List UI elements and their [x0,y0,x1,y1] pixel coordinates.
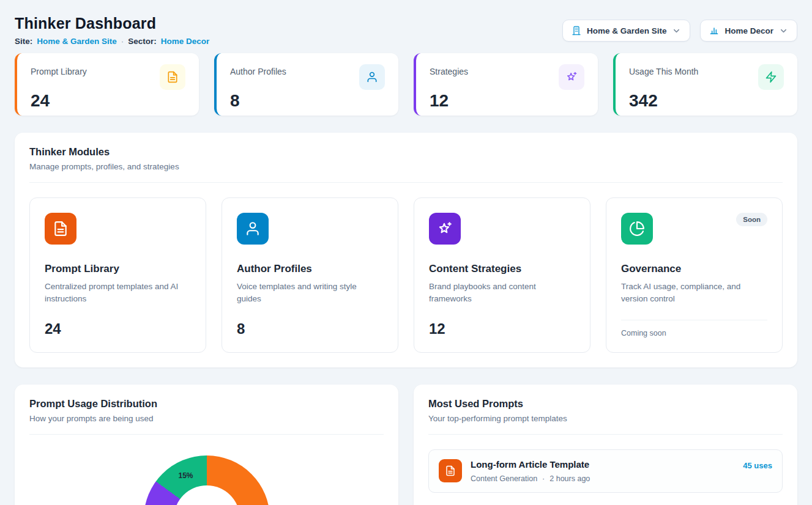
prompt-time: 2 hours ago [549,474,590,483]
prompt-title: Long-form Article Template [471,459,589,470]
page-title: Thinker Dashboard [15,15,209,32]
user-icon [359,64,385,90]
stat-label: Prompt Library [31,64,87,76]
usage-title: Prompt Usage Distribution [29,398,384,410]
stat-card-usage: Usage This Month 342 [613,53,797,116]
chevron-down-icon [779,26,788,35]
sparkle-star-icon [559,64,584,90]
uses-badge: 45 uses [743,459,772,470]
sector-selector[interactable]: Home Decor [700,20,797,42]
module-title: Governance [621,263,767,275]
module-count: 24 [45,320,191,337]
module-grid: Prompt Library Centralized prompt templa… [15,183,797,367]
module-card-author-profiles[interactable]: Author Profiles Voice templates and writ… [222,197,398,353]
stat-value: 8 [230,91,385,111]
meta-separator: · [542,474,545,483]
stat-label: Author Profiles [230,64,286,76]
module-title: Content Strategies [429,263,575,275]
modules-title: Thinker Modules [29,146,783,158]
prompt-list-item[interactable]: Long-form Article Template Content Gener… [428,449,783,493]
modules-subtitle: Manage prompts, profiles, and strategies [29,162,783,171]
module-card-governance[interactable]: Soon Governance Track AI usage, complian… [606,197,783,353]
divider [29,434,384,435]
header-selectors: Home & Garden Site Home Decor [562,20,797,42]
module-description: Track AI usage, compliance, and version … [621,281,767,306]
module-description: Centralized prompt templates and AI inst… [45,281,191,306]
site-selector[interactable]: Home & Garden Site [562,20,691,42]
header: Thinker Dashboard Site: Home & Garden Si… [15,15,797,46]
soon-badge: Soon [736,213,767,226]
module-title: Prompt Library [45,263,191,275]
stats-row: Prompt Library 24 Author Profiles 8 Stra… [15,53,797,116]
site-selector-label: Home & Garden Site [587,26,667,35]
stat-value: 342 [629,91,784,111]
stat-card-author-profiles: Author Profiles 8 [214,53,398,116]
file-text-icon [45,213,76,245]
module-description: Voice templates and writing style guides [237,281,383,306]
user-icon [237,213,269,245]
dashboard-page: Thinker Dashboard Site: Home & Garden Si… [0,0,812,505]
lightning-icon [758,64,784,90]
stat-label: Strategies [430,64,468,76]
most-used-subtitle: Your top-performing prompt templates [428,414,783,423]
bottom-row: Prompt Usage Distribution How your promp… [15,385,797,505]
module-count: 8 [237,320,383,337]
module-count: 12 [429,320,575,337]
sector-label: Sector: [128,37,157,46]
prompt-meta: Content Generation · 2 hours ago [471,474,590,483]
file-text-icon [439,459,462,482]
usage-subtitle: How your prompts are being used [29,414,384,423]
site-label: Site: [15,37,32,46]
site-link[interactable]: Home & Garden Site [37,37,117,46]
thinker-modules-panel: Thinker Modules Manage prompts, profiles… [15,133,797,367]
building-icon [572,26,581,35]
stat-value: 24 [31,91,185,111]
module-description: Brand playbooks and content frameworks [429,281,575,306]
most-used-title: Most Used Prompts [428,398,783,410]
coming-soon-text: Coming soon [621,320,767,337]
donut-slice-label: 15% [178,471,193,480]
stat-label: Usage This Month [629,64,698,76]
most-used-prompts-panel: Most Used Prompts Your top-performing pr… [414,385,797,505]
pie-chart-icon [621,213,653,245]
sector-selector-label: Home Decor [724,26,773,35]
module-title: Author Profiles [237,263,383,275]
sparkle-star-icon [429,213,461,245]
chart-area: 15% [15,455,398,505]
module-card-prompt-library[interactable]: Prompt Library Centralized prompt templa… [29,197,206,353]
sector-link[interactable]: Home Decor [161,37,210,46]
stat-value: 12 [430,91,584,111]
donut-chart: 15% [144,455,270,505]
chevron-down-icon [672,26,681,35]
prompt-usage-panel: Prompt Usage Distribution How your promp… [15,385,398,505]
stat-card-strategies: Strategies 12 [414,53,598,116]
prompt-category: Content Generation [471,474,537,483]
breadcrumb-separator: · [121,37,124,46]
divider [428,434,783,435]
breadcrumb: Site: Home & Garden Site · Sector: Home … [15,37,209,46]
file-text-icon [160,64,185,90]
module-card-content-strategies[interactable]: Content Strategies Brand playbooks and c… [414,197,590,353]
stat-card-prompt-library: Prompt Library 24 [15,53,199,116]
header-left: Thinker Dashboard Site: Home & Garden Si… [15,15,209,46]
bar-chart-icon [709,26,719,35]
